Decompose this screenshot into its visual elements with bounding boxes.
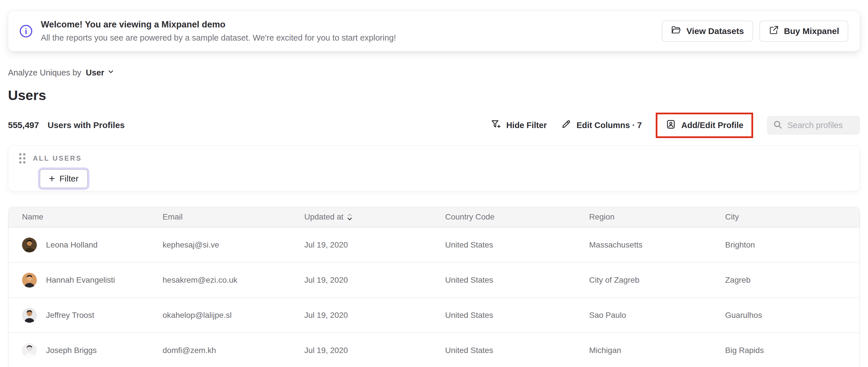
add-filter-label: Filter [59, 174, 79, 183]
view-datasets-label: View Datasets [686, 26, 744, 36]
user-city: Brighton [712, 227, 860, 262]
analyze-uniques-row: Analyze Uniques by User [8, 66, 860, 79]
pencil-icon [561, 119, 571, 132]
page-title: Users [8, 88, 860, 103]
drag-handle-icon[interactable] [19, 153, 25, 163]
external-link-icon [769, 25, 779, 37]
edit-columns-button[interactable]: Edit Columns · 7 [561, 119, 642, 132]
column-header-email[interactable]: Email [149, 207, 291, 227]
column-header-name[interactable]: Name [8, 207, 149, 227]
add-edit-profile-button[interactable]: Add/Edit Profile [665, 119, 744, 132]
user-updated-at: Jul 19, 2020 [291, 298, 432, 332]
user-region: City of Zagreb [576, 263, 712, 297]
user-country: United States [432, 333, 576, 367]
user-country: United States [432, 298, 576, 332]
analyze-uniques-dropdown[interactable]: User [86, 68, 115, 78]
user-country: United States [432, 227, 576, 262]
user-updated-at: Jul 19, 2020 [291, 333, 432, 367]
banner-subtitle: All the reports you see are powered by a… [41, 33, 396, 42]
user-name: Jeffrey Troost [46, 311, 94, 320]
banner-title: Welcome! You are viewing a Mixpanel demo [41, 20, 396, 30]
search-profiles-box[interactable] [767, 116, 860, 134]
user-region: Sao Paulo [576, 298, 712, 332]
table-header-row: Name Email Updated at Country Code Regio… [8, 207, 860, 227]
column-header-country-code[interactable]: Country Code [432, 207, 576, 227]
profile-card-icon [665, 119, 676, 132]
user-city: Big Rapids [712, 333, 860, 367]
hide-filter-label: Hide Filter [506, 121, 547, 130]
folder-icon [671, 25, 681, 37]
users-table: Name Email Updated at Country Code Regio… [8, 207, 860, 367]
user-city: Guarulhos [712, 298, 860, 332]
column-header-region[interactable]: Region [576, 207, 712, 227]
analyze-uniques-value: User [86, 68, 104, 78]
user-email: kephesaj@si.ve [149, 227, 291, 262]
column-header-city[interactable]: City [712, 207, 860, 227]
table-row[interactable]: Joseph Briggs domfi@zem.kh Jul 19, 2020 … [8, 333, 860, 367]
user-name: Hannah Evangelisti [46, 276, 115, 285]
add-filter-button[interactable]: + Filter [40, 169, 88, 188]
analyze-uniques-label: Analyze Uniques by [8, 68, 81, 78]
user-region: Massachusetts [576, 227, 712, 262]
user-name: Leona Holland [46, 240, 98, 249]
funnel-plus-icon [490, 119, 501, 132]
user-country: United States [432, 263, 576, 297]
annotation-highlight-box: Add/Edit Profile [656, 113, 753, 138]
info-icon: i [20, 25, 32, 37]
search-icon [773, 120, 783, 131]
user-email: domfi@zem.kh [149, 333, 291, 367]
welcome-banner: i Welcome! You are viewing a Mixpanel de… [8, 10, 860, 52]
avatar [22, 308, 37, 323]
profiles-count: 555,497 [8, 120, 39, 130]
plus-icon: + [49, 174, 55, 183]
filter-button-focus-ring: + Filter [38, 167, 89, 190]
buy-mixpanel-button[interactable]: Buy Mixpanel [760, 21, 848, 42]
avatar [22, 273, 37, 287]
user-name: Joseph Briggs [46, 346, 97, 355]
user-updated-at: Jul 19, 2020 [291, 227, 432, 262]
chevron-down-icon [107, 68, 115, 78]
user-email: okahelop@lalijpe.sl [149, 298, 291, 332]
add-edit-profile-label: Add/Edit Profile [681, 121, 744, 130]
edit-columns-label: Edit Columns · 7 [577, 121, 642, 130]
sort-icon[interactable] [347, 213, 352, 221]
avatar [22, 343, 37, 358]
search-profiles-input[interactable] [787, 121, 854, 130]
table-row[interactable]: Hannah Evangelisti hesakrem@ezi.co.uk Ju… [8, 263, 860, 298]
avatar [22, 238, 37, 252]
profiles-summary: 555,497 Users with Profiles [8, 120, 125, 130]
user-updated-at: Jul 19, 2020 [291, 263, 432, 297]
all-users-group-label: ALL USERS [33, 154, 82, 162]
table-row[interactable]: Leona Holland kephesaj@si.ve Jul 19, 202… [8, 227, 860, 263]
filter-panel: ALL USERS + Filter [8, 146, 860, 191]
column-header-updated-at[interactable]: Updated at [291, 207, 432, 227]
table-row[interactable]: Jeffrey Troost okahelop@lalijpe.sl Jul 1… [8, 298, 860, 333]
buy-mixpanel-label: Buy Mixpanel [784, 26, 839, 36]
profiles-count-label: Users with Profiles [48, 120, 125, 130]
user-region: Michigan [576, 333, 712, 367]
hide-filter-button[interactable]: Hide Filter [490, 119, 547, 132]
view-datasets-button[interactable]: View Datasets [662, 21, 753, 42]
user-email: hesakrem@ezi.co.uk [149, 263, 291, 297]
user-city: Zagreb [712, 263, 860, 297]
